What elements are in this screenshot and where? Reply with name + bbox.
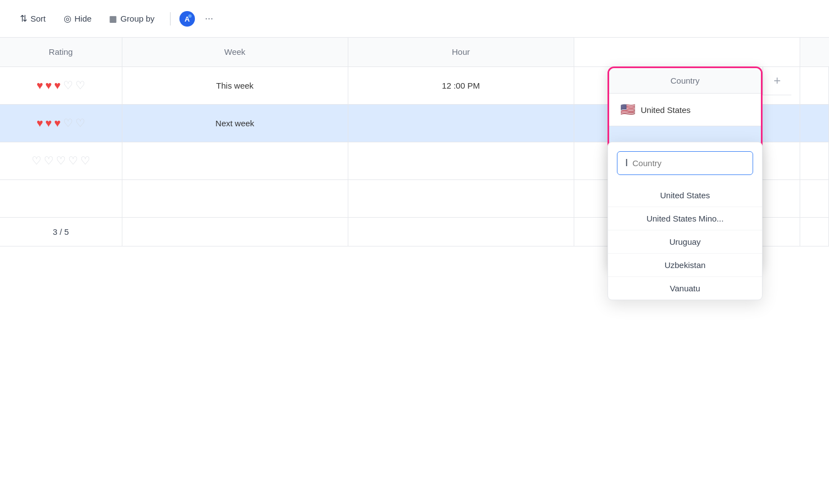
heart-empty-r3-4: ♡ <box>68 154 78 167</box>
toolbar-separator <box>170 12 171 25</box>
empty-cell <box>348 179 574 217</box>
us-flag-icon: 🇺🇸 <box>620 102 635 117</box>
hour-column-header[interactable]: Hour <box>348 38 574 66</box>
toolbar: ⇅ Sort ◎ Hide ▦ Group by A ··· <box>0 0 829 38</box>
hearts-row1: ♥ ♥ ♥ ♡ ♡ <box>11 79 111 92</box>
sort-label: Sort <box>30 14 46 23</box>
dropdown-search-wrapper: I <box>608 142 762 184</box>
heart-filled-3: ♥ <box>54 79 61 92</box>
add-column-button[interactable]: + <box>763 66 791 95</box>
week-cell-1: This week <box>122 66 348 104</box>
week-value-1: This week <box>216 81 254 90</box>
group-by-label: Group by <box>120 14 155 23</box>
table-header-row: Rating Week Hour <box>0 38 829 66</box>
table-area: Rating Week Hour ♥ ♥ ♥ ♡ ♡ <box>0 38 829 504</box>
empty-cell <box>0 179 122 217</box>
empty-cell <box>800 179 829 217</box>
hour-cell-3 <box>348 142 574 179</box>
add-cell-1 <box>800 66 829 104</box>
cursor-icon: I <box>625 157 628 169</box>
hearts-row3: ♡ ♡ ♡ ♡ ♡ <box>11 154 111 167</box>
group-by-icon: ▦ <box>109 14 117 24</box>
sort-icon: ⇅ <box>20 13 27 24</box>
country-search-input[interactable] <box>632 158 745 168</box>
svg-point-2 <box>188 14 192 18</box>
dropdown-search-box[interactable]: I <box>617 151 753 175</box>
add-column-header <box>800 38 829 66</box>
heart-filled-1: ♥ <box>37 79 43 92</box>
heart-empty-2: ♡ <box>75 79 85 92</box>
dropdown-item-uzbekistan[interactable]: Uzbekistan <box>608 254 762 277</box>
heart-filled-r2-3: ♥ <box>54 117 61 130</box>
hour-value-1: 12 :00 PM <box>442 81 480 90</box>
week-value-2: Next week <box>215 119 254 128</box>
country-column-header[interactable]: Country <box>609 68 761 94</box>
rating-summary-cell: 3 / 5 <box>0 217 122 246</box>
heart-filled-r2-1: ♥ <box>37 117 43 130</box>
country-header-label: Country <box>671 76 700 85</box>
heart-empty-1: ♡ <box>63 79 73 92</box>
footer-hour-cell <box>348 217 574 246</box>
heart-filled-r2-2: ♥ <box>45 117 52 130</box>
week-column-header[interactable]: Week <box>122 38 348 66</box>
footer-week-cell <box>122 217 348 246</box>
week-cell-3 <box>122 142 348 179</box>
empty-cell <box>122 179 348 217</box>
heart-empty-r3-5: ♡ <box>80 154 90 167</box>
dropdown-item-label: United States Mino... <box>646 214 723 223</box>
hide-icon: ◎ <box>64 13 71 24</box>
rating-cell: ♥ ♥ ♥ ♡ ♡ <box>0 66 122 104</box>
hour-cell-1: 12 :00 PM <box>348 66 574 104</box>
add-column-icon: + <box>774 74 781 88</box>
heart-empty-r2-1: ♡ <box>63 116 73 130</box>
dropdown-item-label: Vanuatu <box>670 284 701 293</box>
sort-button[interactable]: ⇅ Sort <box>13 10 53 27</box>
dropdown-item-united-states[interactable]: United States <box>608 184 762 207</box>
hearts-row2: ♥ ♥ ♥ ♡ ♡ <box>11 116 111 130</box>
country-value-1: United States <box>641 105 691 115</box>
footer-add-cell <box>800 217 829 246</box>
heart-filled-2: ♥ <box>45 79 52 92</box>
heart-empty-r3-3: ♡ <box>56 154 66 167</box>
add-cell-3 <box>800 142 829 179</box>
dropdown-item-united-states-mino[interactable]: United States Mino... <box>608 207 762 230</box>
more-options-button[interactable]: ··· <box>199 9 219 28</box>
hour-cell-2 <box>348 104 574 142</box>
country-dropdown[interactable]: I United States United States Mino... Ur… <box>607 142 763 300</box>
dropdown-item-label: United States <box>660 191 710 200</box>
dropdown-item-uruguay[interactable]: Uruguay <box>608 230 762 254</box>
dropdown-item-label: Uruguay <box>670 237 701 246</box>
rating-cell-3: ♡ ♡ ♡ ♡ ♡ <box>0 142 122 179</box>
group-by-button[interactable]: ▦ Group by <box>102 11 161 27</box>
dropdown-item-vanuatu[interactable]: Vanuatu <box>608 277 762 300</box>
heart-empty-r2-2: ♡ <box>75 116 85 130</box>
heart-empty-r3-1: ♡ <box>32 154 42 167</box>
hide-button[interactable]: ◎ Hide <box>57 10 99 27</box>
rating-column-header[interactable]: Rating <box>0 38 122 66</box>
country-cell-row1: 🇺🇸 United States <box>609 94 761 126</box>
add-cell-2 <box>800 104 829 142</box>
hide-label: Hide <box>75 14 92 23</box>
rating-cell-2: ♥ ♥ ♥ ♡ ♡ <box>0 104 122 142</box>
airtable-logo[interactable]: A <box>179 11 195 27</box>
dropdown-item-label: Uzbekistan <box>665 260 706 270</box>
heart-empty-r3-2: ♡ <box>44 154 54 167</box>
week-cell-2: Next week <box>122 104 348 142</box>
